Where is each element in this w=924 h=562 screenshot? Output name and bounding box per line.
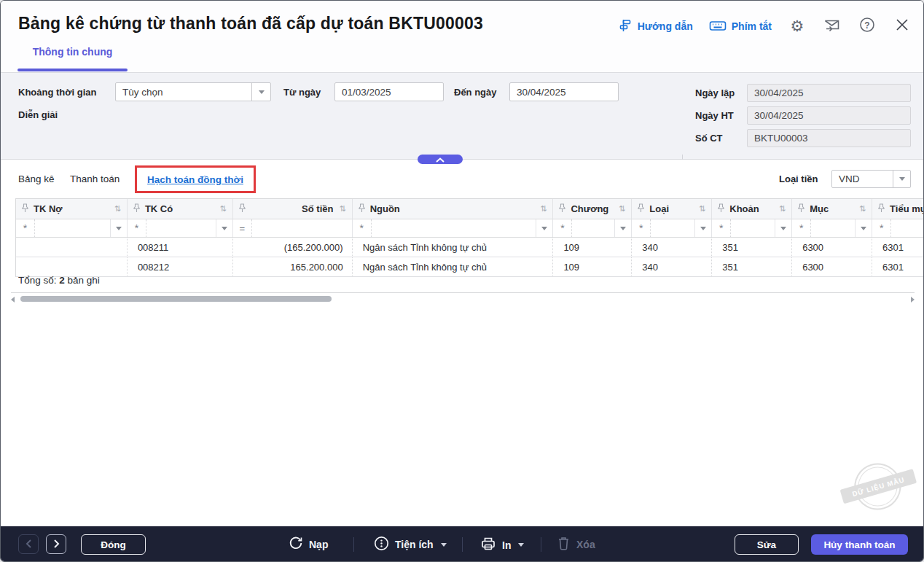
column-header-khoan[interactable]: Khoản ⇅ [712,199,792,219]
filter-cell-nguon[interactable]: * [353,219,554,238]
doc-number-value: BKTU00003 [747,129,911,147]
filter-dropdown-icon[interactable] [216,219,232,237]
sort-icon[interactable]: ⇅ [779,204,786,214]
close-button[interactable] [893,17,912,36]
filter-dropdown-icon[interactable] [536,219,552,237]
sort-icon[interactable]: ⇅ [619,204,625,214]
record-count-value: 2 [59,275,65,286]
detail-table: TK Nợ ⇅ TK Có ⇅ Số tiền ⇅ Nguồn ⇅ [15,198,924,277]
to-date-field[interactable] [509,82,619,101]
table-header-row: TK Nợ ⇅ TK Có ⇅ Số tiền ⇅ Nguồn ⇅ [16,199,924,219]
tab-simultaneous-posting[interactable]: Hạch toán đồng thời [147,174,243,185]
currency-select[interactable]: VND [831,170,911,188]
dropdown-caret-icon [518,543,524,547]
pin-icon[interactable] [559,203,565,215]
filter-dropdown-icon[interactable] [694,219,711,237]
period-label: Khoảng thời gian [18,87,96,98]
scrollbar-thumb[interactable] [20,296,332,302]
filter-dropdown-icon[interactable] [110,219,127,237]
reload-button[interactable]: Nạp [289,536,328,553]
column-header-nguon[interactable]: Nguồn ⇅ [353,199,554,219]
page-title: Bảng kê chứng từ thanh toán đã cấp dự to… [18,14,483,34]
tab-active-underline [17,69,128,71]
filter-cell-muc[interactable]: * [792,219,872,238]
from-date-input[interactable] [335,83,443,101]
sort-icon[interactable]: ⇅ [699,204,705,214]
pin-icon[interactable] [133,203,140,215]
filter-cell-chuong[interactable]: * [553,219,632,238]
filter-form: Khoảng thời gian Tùy chọn Từ ngày Đến ng… [1,72,924,160]
pin-icon[interactable] [359,203,365,215]
posted-date-value: 30/04/2025 [747,106,911,125]
column-header-chuong[interactable]: Chương ⇅ [553,199,632,219]
filter-dropdown-icon[interactable] [855,219,872,237]
bottom-toolbar: Đóng Nạp Tiện ích [1,526,924,562]
sort-icon[interactable]: ⇅ [339,204,345,214]
pin-icon[interactable] [718,203,724,215]
svg-text:?: ? [864,20,869,31]
pin-icon[interactable] [878,203,885,215]
column-header-tk-co[interactable]: TK Có ⇅ [128,199,233,219]
guide-icon [618,18,633,35]
sort-icon[interactable]: ⇅ [859,204,866,214]
dropdown-caret-icon [441,543,447,547]
previous-record-button[interactable] [18,534,39,554]
tab-general-info[interactable]: Thông tin chung [17,46,128,58]
period-select[interactable]: Tùy chọn [115,82,271,101]
toolbar-divider [353,537,354,552]
sort-icon[interactable]: ⇅ [114,204,121,214]
shortcut-link[interactable]: Phím tắt [709,18,772,35]
guide-link[interactable]: Hướng dẫn [618,18,693,35]
filter-cell-tk-co[interactable]: * [128,219,233,238]
filter-cell-loai[interactable]: * [632,219,712,238]
chevron-up-icon [435,153,445,166]
sort-icon[interactable]: ⇅ [540,204,547,214]
cancel-payment-button[interactable]: Hủy thanh toán [811,534,908,555]
tab-statement[interactable]: Bảng kê [18,173,55,184]
scroll-right-icon[interactable] [911,297,915,303]
utilities-button[interactable]: Tiện ích [374,536,447,553]
table-footer-divider [11,292,915,293]
settings-button[interactable]: ⚙ [788,17,807,36]
pin-icon[interactable] [239,203,246,215]
delete-button[interactable]: Xóa [557,536,595,553]
filter-dropdown-icon[interactable] [775,219,791,237]
column-header-loai[interactable]: Loại ⇅ [632,199,712,219]
scroll-left-icon[interactable] [11,297,15,303]
column-header-tk-no[interactable]: TK Nợ ⇅ [16,199,128,219]
feedback-button[interactable] [823,17,842,36]
column-header-so-tien[interactable]: Số tiền ⇅ [233,199,353,219]
next-record-button[interactable] [46,534,66,554]
filter-cell-so-tien[interactable]: = [233,219,353,238]
close-icon [895,17,909,35]
filter-cell-khoan[interactable]: * [712,219,792,238]
toolbar-divider [462,537,463,552]
highlight-box: Hạch toán đồng thời [135,165,256,193]
pin-icon[interactable] [638,203,644,215]
pin-icon[interactable] [22,203,28,215]
currency-value: VND [832,173,893,184]
filter-cell-tieu-muc[interactable]: * [872,219,924,238]
table-row[interactable]: 008211 (165.200.000) Ngân sách Tỉnh khôn… [16,238,924,257]
help-button[interactable]: ? [858,17,877,36]
filter-dropdown-icon[interactable] [614,219,631,237]
created-date-label: Ngày lập [695,87,735,98]
pin-icon[interactable] [798,203,804,215]
currency-dropdown-icon[interactable] [893,171,910,187]
table-row[interactable]: 008212 165.200.000 Ngân sách Tỉnh không … [16,257,924,277]
collapse-form-button[interactable] [418,155,463,164]
sample-data-watermark: DỮ LIỆU MẪU [838,449,921,526]
tab-payment[interactable]: Thanh toán [70,173,120,184]
horizontal-scrollbar[interactable] [11,295,915,303]
filter-cell-tk-no[interactable]: * [16,219,128,238]
to-date-input[interactable] [510,83,618,101]
guide-label: Hướng dẫn [638,20,693,32]
column-header-tieu-muc[interactable]: Tiểu mục ⇅ [872,199,924,219]
from-date-field[interactable] [334,82,444,101]
column-header-muc[interactable]: Mục ⇅ [792,199,872,219]
sort-icon[interactable]: ⇅ [220,204,227,214]
close-dialog-button[interactable]: Đóng [81,534,146,555]
print-button[interactable]: In [480,536,524,554]
edit-button[interactable]: Sửa [735,534,799,555]
period-dropdown-icon[interactable] [251,83,270,101]
